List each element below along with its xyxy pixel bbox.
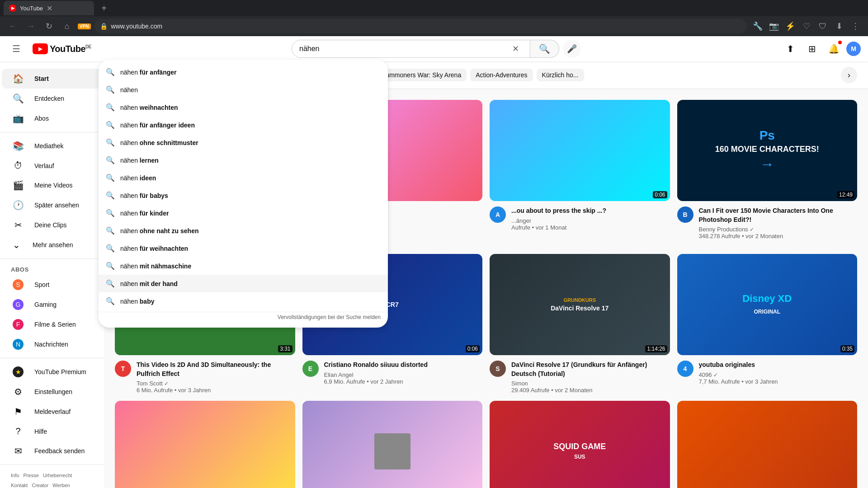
- sidebar-item-abos[interactable]: 📺 Abos: [2, 108, 102, 128]
- video-card-r3-1[interactable]: [115, 401, 295, 488]
- autocomplete-item-naehen[interactable]: 🔍 nähen: [99, 81, 388, 99]
- autocomplete-item-naehen-lernen[interactable]: 🔍 nähen lernen: [99, 151, 388, 169]
- sidebar-section-settings: ★ YouTube Premium ⚙ Einstellungen ⚑ Meld…: [0, 358, 104, 465]
- video-card-youtuba[interactable]: Disney XDORIGINAL 0:35 4 youtuba origina…: [677, 254, 858, 394]
- filter-chip-summoners-war[interactable]: Summoners War: Sky Arena: [376, 69, 467, 81]
- sidebar-item-hilfe[interactable]: ? Hilfe: [2, 422, 102, 441]
- autocomplete-item-naehen-fuer-anfaenger[interactable]: 🔍 nähen für anfänger: [99, 63, 388, 81]
- search-icon-small: 🔍: [106, 262, 115, 270]
- autocomplete-item-naehen-baby[interactable]: 🔍 nähen baby: [99, 292, 388, 310]
- home-button[interactable]: ⌂: [60, 19, 74, 33]
- sidebar-item-start[interactable]: 🏠 Start: [2, 69, 102, 89]
- hamburger-menu-button[interactable]: ☰: [7, 40, 25, 58]
- sidebar-item-gaming[interactable]: G Gaming: [2, 295, 102, 314]
- sidebar-item-meine-videos[interactable]: 🎬 Meine Videos: [2, 175, 102, 195]
- sidebar-item-mediathek[interactable]: 📚 Mediathek: [2, 136, 102, 156]
- video-card-squid[interactable]: SQUID GAMESUS: [490, 401, 670, 488]
- sidebar-item-label-start: Start: [34, 75, 49, 82]
- sidebar-item-einstellungen[interactable]: ⚙ Einstellungen: [2, 382, 102, 402]
- video-thumbnail-movie-characters: Ps 160 MOVIE CHARACTERS! → 12:49: [677, 100, 858, 201]
- upload-button[interactable]: ⬆: [781, 40, 799, 58]
- mic-button[interactable]: 🎤: [563, 40, 581, 58]
- autocomplete-item-naehen-fuer-weihnachten[interactable]: 🔍 nähen für weihnachten: [99, 239, 388, 257]
- sidebar-item-label-clips: Deine Clips: [34, 221, 67, 229]
- video-card-movie-characters[interactable]: Ps 160 MOVIE CHARACTERS! → 12:49 B Can I…: [677, 100, 858, 247]
- toolbar-download-icon[interactable]: ⬇: [832, 19, 846, 33]
- yt-logo[interactable]: YouTubeDE: [33, 43, 91, 54]
- sidebar-item-meldverlauf[interactable]: ⚑ Meldeverlauf: [2, 402, 102, 422]
- search-input[interactable]: [299, 45, 512, 53]
- autocomplete-item-naehen-ideen[interactable]: 🔍 nähen ideen: [99, 169, 388, 187]
- channel-avatar-pulfrich: T: [115, 361, 131, 377]
- filter-chip-action-adventures[interactable]: Action-Adventures: [470, 69, 533, 81]
- new-tab-button[interactable]: +: [98, 2, 110, 14]
- filter-scroll-right[interactable]: ›: [841, 67, 857, 83]
- toolbar-camera-icon[interactable]: 📷: [767, 19, 781, 33]
- filter-chip-kuerzlich[interactable]: Kürzlich ho...: [537, 69, 584, 81]
- video-card-r3-2[interactable]: [302, 401, 483, 488]
- autocomplete-item-naehen-fuer-anfaenger-ideen[interactable]: 🔍 nähen für anfänger ideen: [99, 116, 388, 134]
- sidebar-footer: Info Presse Urheberrecht Kontakt Creator…: [0, 465, 104, 488]
- autocomplete-item-naehen-mit-naehmaschine[interactable]: 🔍 nähen mit nähmaschine: [99, 257, 388, 275]
- settings-icon: ⚙: [13, 386, 24, 397]
- forward-button[interactable]: →: [24, 19, 38, 33]
- search-button[interactable]: 🔍: [530, 40, 559, 58]
- autocomplete-text: nähen für weihnachten: [120, 245, 188, 252]
- search-icon-small: 🔍: [106, 121, 115, 129]
- autocomplete-item-naehen-ohne-naht[interactable]: 🔍 nähen ohne naht zu sehen: [99, 222, 388, 239]
- sidebar-item-label-abos: Abos: [34, 115, 49, 122]
- video-title-pulfrich: This Video Is 2D And 3D Simultaneously: …: [137, 361, 295, 378]
- autocomplete-item-naehen-ohne-schnittmuster[interactable]: 🔍 nähen ohne schnittmuster: [99, 134, 388, 151]
- autocomplete-text: nähen mit nähmaschine: [120, 263, 191, 270]
- yt-logo-icon: [33, 43, 48, 54]
- search-icon-small: 🔍: [106, 226, 115, 235]
- tab-title: YouTube: [20, 5, 43, 12]
- sidebar-item-verlauf[interactable]: ⏱ Verlauf: [2, 156, 102, 175]
- video-card-press-skip[interactable]: 0:06 A ...ou about to press the skip ...…: [490, 100, 670, 247]
- autocomplete-item-naehen-fuer-babys[interactable]: 🔍 nähen für babys: [99, 187, 388, 204]
- toolbar-extension-icon-2[interactable]: ⚡: [783, 19, 797, 33]
- video-card-rock[interactable]: [677, 401, 858, 488]
- sidebar-item-clips[interactable]: ✂ Deine Clips: [2, 215, 102, 235]
- more-button[interactable]: ⌄ Mehr ansehen: [0, 235, 104, 255]
- back-button[interactable]: ←: [5, 19, 20, 33]
- sidebar-item-youtube-premium[interactable]: ★ YouTube Premium: [2, 362, 102, 382]
- sidebar-item-label-verlauf: Verlauf: [34, 162, 54, 169]
- sidebar-item-entdecken[interactable]: 🔍 Entdecken: [2, 89, 102, 108]
- autocomplete-item-naehen-weihnachten[interactable]: 🔍 nähen weihnachten: [99, 99, 388, 116]
- search-icon-small: 🔍: [106, 297, 115, 305]
- autocomplete-dropdown: 🔍 nähen für anfänger 🔍 nähen 🔍 nähen wei…: [99, 60, 388, 328]
- autocomplete-item-naehen-mit-der-hand[interactable]: 🔍 nähen mit der hand: [99, 275, 388, 292]
- toolbar-shield-icon[interactable]: 🛡: [816, 19, 830, 33]
- search-icon-small: 🔍: [106, 279, 115, 288]
- sidebar-item-spaeter[interactable]: 🕐 Später ansehen: [2, 195, 102, 215]
- video-title-press-skip: ...ou about to press the skip ...?: [511, 206, 670, 216]
- video-info-youtuba: 4 youtuba originales 4096 ✓ 7,7 Mio. Auf…: [677, 361, 858, 385]
- video-stats-davinci: 29.409 Aufrufe • vor 2 Monaten: [511, 387, 670, 394]
- autocomplete-text: nähen baby: [120, 298, 155, 305]
- sidebar-item-feedback[interactable]: ✉ Feedback senden: [2, 441, 102, 461]
- sidebar-item-filme[interactable]: F Filme & Serien: [2, 314, 102, 334]
- toolbar-heart-icon[interactable]: ♡: [799, 19, 814, 33]
- channel-name-youtuba: 4096 ✓: [699, 371, 858, 378]
- sidebar-item-nachrichten[interactable]: N Nachrichten: [2, 334, 102, 354]
- address-bar[interactable]: 🔒 www.youtube.com: [94, 19, 747, 33]
- reload-button[interactable]: ↻: [42, 19, 56, 33]
- autocomplete-item-naehen-fuer-kinder[interactable]: 🔍 nähen für kinder: [99, 204, 388, 222]
- search-clear-icon[interactable]: ✕: [512, 44, 519, 54]
- channel-avatar-ronaldo: E: [302, 361, 319, 377]
- active-tab[interactable]: ▶ YouTube ✕: [4, 1, 94, 15]
- search-icon-small: 🔍: [106, 103, 115, 112]
- apps-button[interactable]: ⊞: [803, 40, 821, 58]
- youtube-premium-icon: ★: [13, 366, 24, 377]
- sidebar-item-label-hilfe: Hilfe: [34, 428, 47, 435]
- close-tab-icon[interactable]: ✕: [47, 4, 52, 13]
- video-card-davinci[interactable]: GRUNDKURS DaVinci Resolve 17 1:14:26 S D…: [490, 254, 670, 394]
- autocomplete-footer[interactable]: Vervollständigungen bei der Suche melden: [99, 312, 388, 324]
- toolbar-menu-icon[interactable]: ⋮: [848, 19, 863, 33]
- account-avatar[interactable]: M: [846, 42, 861, 56]
- sidebar-item-sport[interactable]: S Sport: [2, 275, 102, 295]
- toolbar-extension-icon-1[interactable]: 🔧: [750, 19, 765, 33]
- notification-button[interactable]: 🔔: [825, 40, 843, 58]
- video-meta-press-skip: ...ou about to press the skip ...? ...än…: [511, 206, 670, 231]
